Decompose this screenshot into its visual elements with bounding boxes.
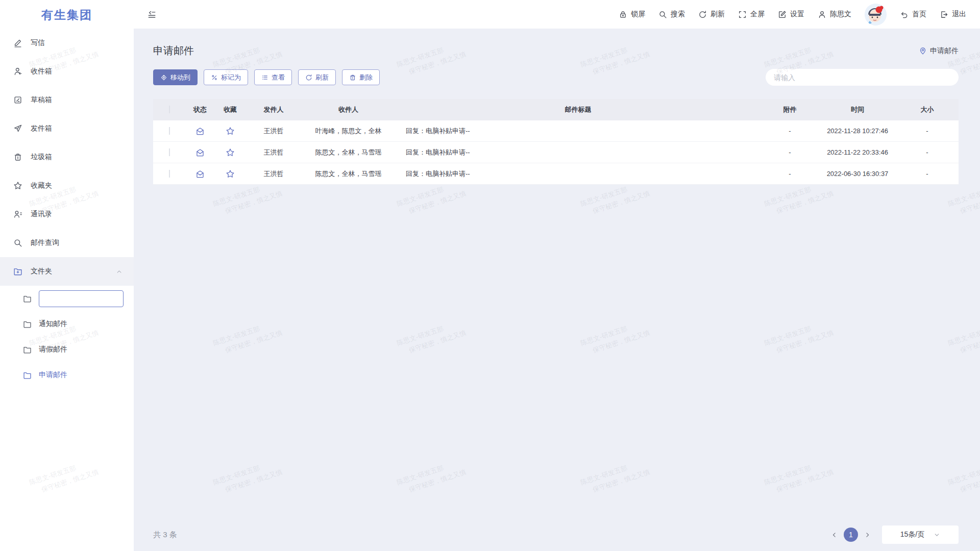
sidebar-item-label: 邮件查询 [31, 238, 59, 247]
page-size-value: 15条/页 [900, 530, 924, 539]
button-label: 标记为 [221, 73, 241, 82]
sidebar-item-label: 草稿箱 [31, 95, 52, 105]
sidebar-item-mail-search[interactable]: 邮件查询 [0, 229, 134, 257]
content-area: 申请邮件 申请邮件 移动到 标记为 查看 [134, 29, 980, 551]
view-button[interactable]: 查看 [254, 69, 292, 85]
folder-label: 通知邮件 [39, 319, 67, 329]
person-icon [818, 10, 826, 19]
sidebar-item-label: 收件箱 [31, 67, 52, 76]
star-icon[interactable] [226, 127, 235, 136]
sidebar-folder-apply[interactable]: 申请邮件 [0, 362, 134, 388]
sidebar-folder-notice[interactable]: 通知邮件 [0, 311, 134, 337]
action-label: 设置 [790, 10, 804, 19]
page-number[interactable]: 1 [844, 528, 858, 542]
chevron-down-icon [934, 532, 940, 538]
move-to-button[interactable]: 移动到 [153, 69, 198, 85]
sidebar-item-label: 垃圾箱 [31, 153, 52, 162]
sidebar-item-sent[interactable]: 发件箱 [0, 114, 134, 143]
col-header-sender: 发件人 [246, 105, 301, 114]
folder-label: 请假邮件 [39, 345, 67, 354]
row-checkbox[interactable] [169, 127, 170, 135]
refresh-button[interactable]: 刷新 [698, 10, 725, 19]
size-cell: - [896, 170, 959, 178]
table-row[interactable]: 王洪哲 陈思文，全林，马雪瑶 回复：电脑补贴申请-- - 2022-06-30 … [153, 163, 959, 185]
fullscreen-icon [738, 10, 747, 19]
time-cell: 2022-11-22 20:33:46 [819, 148, 896, 156]
breadcrumb: 申请邮件 [919, 46, 959, 56]
sidebar-item-inbox[interactable]: 收件箱 [0, 57, 134, 86]
sidebar: 有生集团 写信 收件箱 草稿箱 发件箱 垃圾箱 收藏夹 通讯录 [0, 0, 134, 551]
main-column: 锁屏 搜索 刷新 全屏 设置 [134, 0, 980, 551]
mail-open-icon [195, 148, 205, 157]
refresh-icon [305, 74, 312, 81]
refresh-icon [698, 10, 707, 19]
subject-cell: 回复：电脑补贴申请-- [396, 148, 761, 157]
search-button[interactable]: 搜索 [658, 10, 685, 19]
action-label: 搜索 [671, 10, 685, 19]
action-label: 全屏 [750, 10, 765, 19]
mark-as-button[interactable]: 标记为 [204, 69, 248, 85]
folder-label: 申请邮件 [39, 370, 67, 380]
sidebar-item-label: 收藏夹 [31, 181, 52, 190]
page-title: 申请邮件 [153, 44, 194, 58]
table-row[interactable]: 王洪哲 叶海峰，陈思文，全林 回复：电脑补贴申请-- - 2022-11-28 … [153, 120, 959, 142]
settings-icon [778, 10, 787, 19]
location-pin-icon [919, 47, 927, 55]
prev-page-button[interactable] [831, 532, 838, 538]
lock-screen-button[interactable]: 锁屏 [619, 10, 645, 19]
settings-button[interactable]: 设置 [778, 10, 804, 19]
mark-icon [211, 74, 218, 81]
total-count: 共 3 条 [153, 530, 177, 540]
send-icon [13, 124, 22, 133]
col-header-status: 状态 [186, 105, 214, 114]
folder-icon [23, 294, 32, 303]
action-label: 退出 [952, 10, 966, 19]
action-label: 刷新 [710, 10, 725, 19]
contacts-icon [13, 210, 22, 219]
star-icon [13, 181, 22, 190]
new-folder-row [0, 286, 134, 311]
subject-cell: 回复：电脑补贴申请-- [396, 169, 761, 179]
breadcrumb-label: 申请邮件 [930, 46, 959, 56]
document-edit-icon [13, 95, 22, 105]
sidebar-item-trash[interactable]: 垃圾箱 [0, 143, 134, 171]
list-footer: 共 3 条 1 15条/页 [153, 524, 959, 545]
toolbar: 移动到 标记为 查看 刷新 删除 [153, 69, 959, 86]
topbar-actions: 锁屏 搜索 刷新 全屏 设置 [619, 4, 966, 26]
page-size-select[interactable]: 15条/页 [882, 525, 959, 544]
sidebar-folder-leave[interactable]: 请假邮件 [0, 337, 134, 362]
sidebar-item-folders[interactable]: 文件夹 [0, 257, 134, 286]
current-user[interactable]: 陈思文 [818, 10, 851, 19]
filter-search-input[interactable] [766, 69, 959, 86]
collapse-sidebar-icon[interactable] [147, 10, 157, 19]
logout-button[interactable]: 退出 [940, 10, 966, 19]
size-cell: - [896, 127, 959, 135]
star-icon[interactable] [226, 169, 235, 179]
table-row[interactable]: 王洪哲 陈思文，全林，马雪瑶 回复：电脑补贴申请-- - 2022-11-22 … [153, 142, 959, 163]
sidebar-item-drafts[interactable]: 草稿箱 [0, 86, 134, 114]
delete-button[interactable]: 删除 [342, 69, 380, 85]
home-button[interactable]: 首页 [900, 10, 926, 19]
next-page-button[interactable] [864, 532, 871, 538]
col-header-attachment: 附件 [761, 105, 819, 114]
fullscreen-button[interactable]: 全屏 [738, 10, 765, 19]
select-all-checkbox[interactable] [169, 106, 170, 113]
attachment-cell: - [761, 170, 819, 178]
avatar[interactable] [865, 4, 887, 26]
refresh-list-button[interactable]: 刷新 [298, 69, 336, 85]
recipient-cell: 叶海峰，陈思文，全林 [301, 127, 396, 136]
time-cell: 2022-06-30 16:30:37 [819, 170, 896, 178]
sidebar-item-compose[interactable]: 写信 [0, 29, 134, 57]
row-checkbox[interactable] [169, 170, 170, 178]
col-header-time: 时间 [819, 105, 896, 114]
new-folder-input[interactable] [39, 290, 124, 307]
search-icon [13, 238, 22, 247]
star-icon[interactable] [226, 148, 235, 157]
sidebar-item-label: 文件夹 [31, 267, 52, 276]
button-label: 刷新 [315, 73, 329, 82]
recipient-cell: 陈思文，全林，马雪瑶 [301, 169, 396, 179]
sidebar-item-contacts[interactable]: 通讯录 [0, 200, 134, 229]
size-cell: - [896, 148, 959, 156]
row-checkbox[interactable] [169, 148, 170, 156]
sidebar-item-favorites[interactable]: 收藏夹 [0, 171, 134, 200]
